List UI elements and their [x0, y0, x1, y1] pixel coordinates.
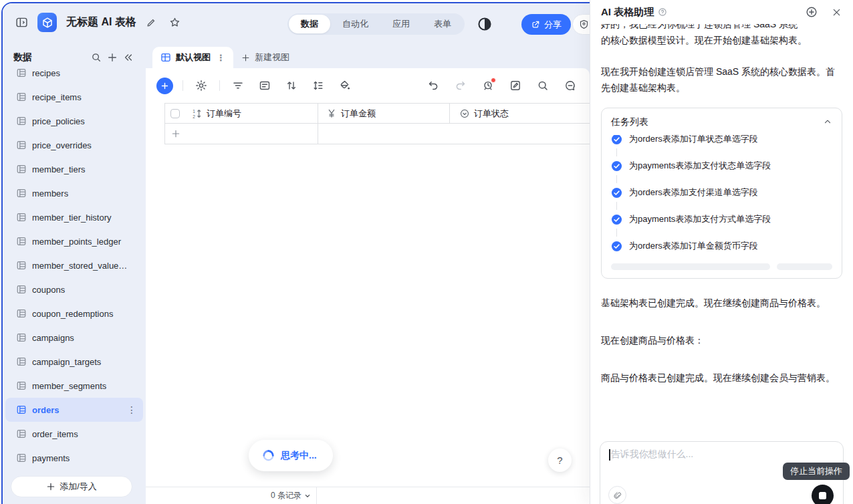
sidebar-toggle-button[interactable]	[12, 13, 31, 32]
mode-tab[interactable]: 数据	[289, 15, 330, 33]
plus-circle-icon	[806, 6, 818, 18]
sidebar-table-item[interactable]: campaigns ⋮	[5, 326, 143, 350]
task-row: 为orders表添加支付渠道单选字段	[611, 179, 832, 206]
sidebar-table-item[interactable]: price_overrides ⋮	[5, 133, 143, 157]
thinking-label: 思考中...	[281, 450, 317, 462]
mode-tab-label: 表单	[434, 19, 451, 29]
spinner-icon	[262, 449, 275, 462]
thinking-status-pill[interactable]: 思考中...	[249, 440, 333, 471]
check-circle-icon	[611, 160, 622, 172]
pencil-icon	[146, 17, 156, 28]
attach-file-button[interactable]	[608, 486, 626, 504]
column-label: 订单金额	[341, 108, 376, 120]
task-rows: 为orders表添加订单状态单选字段 为payments表添加支付状态单选字段	[611, 135, 832, 259]
screen: 无标题 AI 表格 数据 自动化	[0, 0, 853, 504]
sidebar-table-item[interactable]: coupons ⋮	[5, 277, 143, 301]
fill-color-button[interactable]	[336, 77, 354, 94]
gear-icon	[195, 80, 207, 92]
mode-tab[interactable]: 表单	[422, 15, 463, 33]
help-circle-icon[interactable]	[658, 7, 667, 17]
view-tab-default[interactable]: 默认视图 ⋮	[152, 47, 233, 68]
stop-square-icon	[819, 492, 826, 499]
close-panel-button[interactable]	[829, 5, 844, 19]
task-label: 为orders表添加订单状态单选字段	[629, 135, 758, 147]
notification-badge	[491, 78, 496, 83]
column-header-order-number[interactable]: 12 订单编号	[165, 104, 318, 123]
task-list-card: 任务列表 为orders表添加订单状态单选字段	[601, 108, 842, 279]
sidebar-table-item[interactable]: price_policies ⋮	[5, 109, 143, 133]
sort-button[interactable]	[283, 77, 300, 94]
assistant-message: 商品与价格表已创建完成。现在继续创建会员与营销表。	[601, 370, 842, 386]
new-view-tab[interactable]: 新建视图	[233, 47, 297, 68]
sidebar-table-item[interactable]: recipes ⋮	[5, 61, 143, 85]
skeleton-bar	[611, 263, 770, 270]
sidebar-table-item[interactable]: order_items ⋮	[5, 422, 143, 446]
assistant-message-text: 的核心数据模型设计。现在开始创建基础架构表。	[601, 35, 807, 45]
view-more-icon[interactable]: ⋮	[217, 53, 225, 63]
select-all-checkbox[interactable]	[170, 109, 180, 118]
redo-button[interactable]	[452, 77, 469, 94]
help-button[interactable]: ?	[548, 449, 572, 472]
rename-pencil-button[interactable]	[142, 13, 160, 32]
table-item-label: recipes	[32, 68, 138, 78]
sidebar-table-item[interactable]: recipe_items ⋮	[5, 85, 143, 109]
panel-toggle-icon	[15, 16, 28, 29]
half-circle-theme-icon	[477, 17, 492, 31]
check-circle-icon	[611, 135, 622, 145]
sidebar-table-item[interactable]: campaign_targets ⋮	[5, 350, 143, 374]
sidebar-table-item[interactable]: members ⋮	[5, 181, 143, 205]
share-button[interactable]: 分享	[521, 14, 571, 35]
search-records-button[interactable]	[534, 77, 552, 94]
field-config-button[interactable]	[256, 77, 273, 94]
row-height-icon	[312, 80, 324, 92]
filter-button[interactable]	[229, 77, 247, 94]
mode-tab-label: 数据	[301, 19, 318, 29]
add-row-cell[interactable]	[165, 124, 318, 144]
sidebar-table-item[interactable]: member_tiers ⋮	[5, 157, 143, 181]
record-count-dropdown[interactable]: 0 条记录	[146, 487, 316, 504]
sidebar-table-item[interactable]: member_tier_history ⋮	[5, 205, 143, 229]
shield-icon	[579, 19, 589, 29]
mode-tab[interactable]: 自动化	[330, 15, 380, 33]
column-header-order-status[interactable]: 订单状态	[450, 104, 590, 123]
theme-toggle-button[interactable]	[475, 15, 494, 33]
share-icon	[531, 20, 540, 29]
column-header-order-amount[interactable]: 订单金额	[318, 104, 450, 123]
task-list-title: 任务列表	[611, 114, 648, 130]
new-view-label: 新建视图	[255, 51, 289, 64]
assistant-message: 现在创建商品与价格表：	[601, 332, 842, 348]
more-vertical-icon[interactable]: ⋮	[126, 404, 138, 415]
plus-icon	[160, 82, 169, 90]
toolbar-divider	[219, 80, 220, 91]
table-item-label: coupons	[32, 285, 138, 295]
loading-skeleton	[611, 263, 832, 270]
task-list-header[interactable]: 任务列表	[611, 108, 832, 135]
grid-add-row[interactable]	[165, 124, 590, 144]
skeleton-bar	[777, 263, 832, 270]
sidebar-table-item[interactable]: member_points_ledger ⋮	[5, 229, 143, 253]
add-record-button[interactable]	[156, 78, 173, 94]
view-settings-button[interactable]	[193, 77, 210, 94]
new-chat-button[interactable]	[804, 5, 819, 19]
row-height-button[interactable]	[310, 77, 327, 94]
add-import-button[interactable]: 添加/导入	[11, 476, 132, 497]
sort-arrows-icon	[285, 80, 297, 92]
sidebar-table-item[interactable]: payments ⋮	[5, 446, 143, 470]
undo-button[interactable]	[424, 77, 442, 94]
history-notifications-button[interactable]	[479, 77, 497, 94]
sidebar-table-item[interactable]: orders ⋮	[5, 398, 143, 422]
table-icon	[16, 284, 27, 295]
placeholder-text: 告诉我你想做什么...	[611, 449, 694, 461]
sidebar-table-item[interactable]: member_stored_value… ⋮	[5, 253, 143, 277]
sidebar-table-item[interactable]: member_segments ⋮	[5, 374, 143, 398]
add-row-cell-rest[interactable]	[318, 124, 590, 144]
comments-button[interactable]	[562, 77, 579, 94]
edit-record-button[interactable]	[507, 77, 524, 94]
task-label: 为payments表添加支付方式单选字段	[629, 211, 771, 227]
mode-tab[interactable]: 应用	[380, 15, 422, 33]
toolbar-divider	[182, 80, 183, 91]
favorite-star-button[interactable]	[166, 13, 185, 32]
stop-button[interactable]	[812, 485, 834, 504]
sidebar-table-item[interactable]: coupon_redemptions ⋮	[5, 301, 143, 326]
add-import-label: 添加/导入	[59, 481, 97, 493]
